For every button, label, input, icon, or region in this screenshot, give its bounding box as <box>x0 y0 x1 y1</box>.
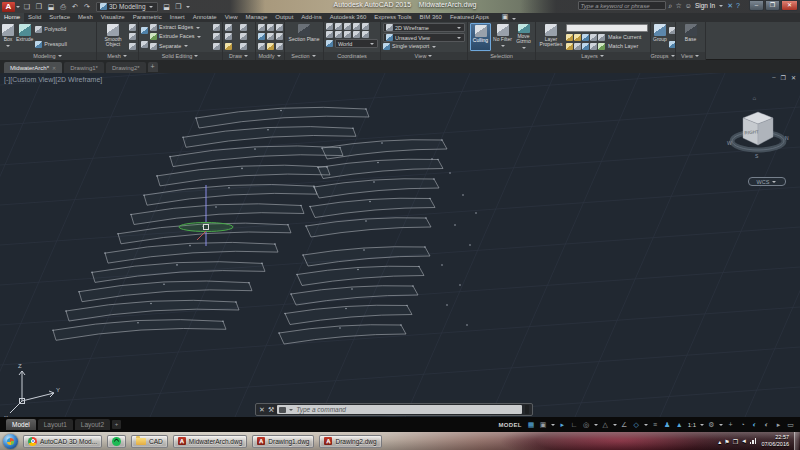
layer-freeze-icon[interactable] <box>574 34 581 41</box>
tab-featured-apps[interactable]: Featured Apps <box>446 13 493 22</box>
extract-edges-button[interactable]: Extract Edges <box>150 24 211 31</box>
ucs-x-icon[interactable] <box>335 31 342 38</box>
layout2-tab[interactable]: Layout2 <box>75 419 110 430</box>
panel-title-modeling[interactable]: Modeling <box>0 52 96 60</box>
viewport-controls-label[interactable]: [-][Custom View][2D Wireframe] <box>4 76 102 83</box>
dynamic-input-icon[interactable]: ▸ <box>557 419 568 430</box>
subtract-icon[interactable] <box>141 41 148 48</box>
osnap-tracking-icon[interactable]: ∠ <box>619 419 630 430</box>
layer-lock-icon[interactable] <box>582 34 589 41</box>
panel-title-groups[interactable]: Groups <box>651 52 675 60</box>
maximize-button[interactable]: ❐ <box>765 0 780 11</box>
ucs-y-icon[interactable] <box>344 31 351 38</box>
doc-close-icon[interactable]: ✕ <box>791 74 796 81</box>
layer-dropdown[interactable] <box>566 24 648 32</box>
arc-tool-icon[interactable] <box>240 33 247 40</box>
panel-title-modify[interactable]: Modify <box>256 52 284 60</box>
polar-tracking-icon[interactable]: ◎ <box>581 419 592 430</box>
taskbar-chrome-button[interactable]: AutoCAD 3D Mod... <box>23 435 102 448</box>
mirror-tool-icon[interactable] <box>267 33 274 40</box>
box-button[interactable]: Box <box>2 23 14 51</box>
group-button[interactable]: Group <box>653 23 667 51</box>
tab-bim360[interactable]: BIM 360 <box>416 13 446 22</box>
ungroup-icon[interactable] <box>669 27 675 34</box>
spline-tool-icon[interactable] <box>240 43 247 50</box>
tray-update-icon[interactable]: ❐ <box>733 438 738 445</box>
favorites-icon[interactable]: ☆ <box>676 2 682 10</box>
copy-tool-icon[interactable] <box>258 33 265 40</box>
panel-title-solid-editing[interactable]: Solid Editing <box>139 52 222 60</box>
drawing-viewport[interactable]: ZYX [-][Custom View][2D Wireframe] – ❐ ✕… <box>0 73 800 417</box>
culling-button[interactable]: Culling <box>470 23 491 51</box>
workspace-switcher[interactable]: 3D Modeling <box>96 2 158 12</box>
show-desktop-button[interactable] <box>794 432 799 450</box>
layer-isolate-icon[interactable] <box>566 43 573 50</box>
tab-surface[interactable]: Surface <box>45 13 74 22</box>
grid-display-icon[interactable]: ▦ <box>526 419 537 430</box>
snap-mode-icon[interactable]: ▣ <box>538 419 549 430</box>
viewport-canvas[interactable]: ZYX <box>0 73 800 417</box>
move-gizmo-button[interactable]: Move Gizmo <box>514 23 533 51</box>
scale-tool-icon[interactable] <box>267 43 274 50</box>
ucs-world-icon[interactable] <box>344 23 351 30</box>
command-customize-icon[interactable]: ⚒ <box>268 406 274 413</box>
tab-annotate[interactable]: Annotate <box>189 13 221 22</box>
layer-walk-icon[interactable] <box>582 43 589 50</box>
sign-in-arrow-icon[interactable] <box>719 5 723 9</box>
save-icon[interactable]: ⬓ <box>45 1 57 12</box>
viewcube-compass-south[interactable]: S <box>755 153 759 159</box>
taskbar-drawing2-button[interactable]: A Drawing2.dwg <box>319 435 381 448</box>
app-menu-button[interactable]: A <box>2 2 15 12</box>
named-view-dropdown[interactable]: Unsaved View <box>383 33 465 42</box>
customization-icon[interactable]: + <box>725 419 736 430</box>
panel-title-layers[interactable]: Layers <box>536 52 650 60</box>
tab-express-tools[interactable]: Express Tools <box>370 13 415 22</box>
model-space-label[interactable]: MODEL <box>498 422 521 428</box>
workspace-switch-icon[interactable]: ⚙ <box>706 419 717 430</box>
layout1-tab[interactable]: Layout1 <box>38 419 73 430</box>
layer-properties-button[interactable]: Layer Properties <box>538 23 564 51</box>
ucs-dropdown[interactable]: World <box>335 39 378 48</box>
taskbar-drawing1-button[interactable]: A Drawing1.dwg <box>252 435 314 448</box>
tab-parametric[interactable]: Parametric <box>129 13 166 22</box>
ucs-previous-icon[interactable] <box>335 23 342 30</box>
save-as-icon[interactable]: ⬓ <box>161 1 173 12</box>
fillet-tool-icon[interactable] <box>276 33 283 40</box>
close-button[interactable]: ✕ <box>781 0 798 11</box>
ucs-3point-icon[interactable] <box>326 31 333 38</box>
model-tab[interactable]: Model <box>6 419 36 430</box>
panel-title-view[interactable]: View <box>381 52 467 60</box>
command-input[interactable]: Type a command <box>277 405 522 414</box>
search-icon[interactable]: ⌕ <box>669 2 673 10</box>
isometric-drafting-icon[interactable]: △ <box>600 419 611 430</box>
wcs-dropdown[interactable]: WCS <box>748 177 786 186</box>
command-close-icon[interactable]: ✕ <box>259 406 265 413</box>
layer-color-icon[interactable] <box>590 34 597 41</box>
tab-mesh[interactable]: Mesh <box>74 13 97 22</box>
trim-tool-icon[interactable] <box>276 24 283 31</box>
doc-restore-icon[interactable]: ❐ <box>781 74 786 81</box>
taskbar-spotify-button[interactable] <box>107 435 126 448</box>
panel-title-view-output[interactable]: View <box>676 52 705 60</box>
start-button[interactable] <box>3 434 18 449</box>
smooth-less-icon[interactable] <box>129 33 136 40</box>
panel-title-coordinates[interactable]: Coordinates <box>324 52 380 60</box>
polar-arrow-icon[interactable] <box>594 424 598 428</box>
tab-output[interactable]: Output <box>271 13 297 22</box>
app-menu-arrow-icon[interactable] <box>16 6 20 10</box>
circle-tool-icon[interactable] <box>240 24 247 31</box>
viewcube-compass-north[interactable]: N <box>785 135 789 141</box>
layer-off-icon[interactable] <box>566 34 573 41</box>
annotation-autoscale-icon[interactable]: ▲ <box>674 419 685 430</box>
visual-style-dropdown[interactable]: 2D Wireframe <box>383 23 465 32</box>
extrude-faces-button[interactable]: Extrude Faces <box>150 33 211 40</box>
command-line[interactable]: ✕ ⚒ Type a command <box>255 403 533 416</box>
layer-plot-icon[interactable] <box>598 34 605 41</box>
refine-mesh-icon[interactable] <box>129 43 136 50</box>
union-icon[interactable] <box>141 27 148 34</box>
viewcube[interactable]: RIGHT W N S <box>726 93 792 171</box>
layer-state-icon[interactable] <box>590 43 597 50</box>
smooth-more-icon[interactable] <box>129 24 136 31</box>
annotation-visibility-icon[interactable]: ♟ <box>662 419 673 430</box>
file-tab-drawing1[interactable]: Drawing1* <box>64 62 104 73</box>
